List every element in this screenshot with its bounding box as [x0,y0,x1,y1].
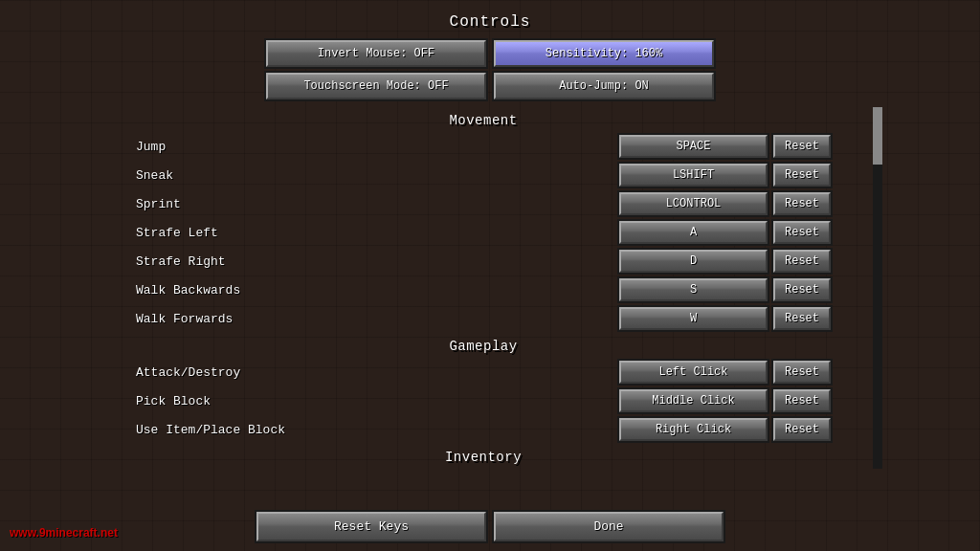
binding-label-walk-forwards: Walk Forwards [136,312,619,326]
reset-strafe-right[interactable]: Reset [773,250,831,273]
binding-label-use-item: Use Item/Place Block [136,423,619,437]
binding-label-jump: Jump [136,140,619,154]
binding-key-pick-block[interactable]: Middle Click [619,389,768,412]
binding-key-use-item[interactable]: Right Click [619,418,768,441]
binding-label-sneak: Sneak [136,168,619,183]
binding-key-strafe-right[interactable]: D [619,250,768,273]
reset-keys-button[interactable]: Reset Keys [256,512,486,541]
reset-strafe-left[interactable]: Reset [773,221,831,244]
top-buttons: Invert Mouse: OFF Sensitivity: 160% Touc… [241,40,739,99]
scrollbar[interactable] [873,107,882,469]
binding-label-pick-block: Pick Block [136,394,619,408]
reset-sneak[interactable]: Reset [773,164,831,187]
binding-row-sprint: Sprint LCONTROL Reset [98,189,869,218]
content-area: Movement Jump SPACE Reset Sneak LSHIFT R… [98,107,882,469]
reset-attack[interactable]: Reset [773,361,831,384]
reset-walk-backwards[interactable]: Reset [773,278,831,301]
binding-row-walk-backwards: Walk Backwards S Reset [98,276,869,304]
reset-pick-block[interactable]: Reset [773,389,831,412]
touchscreen-button[interactable]: Touchscreen Mode: OFF [266,73,486,99]
binding-row-pick-block: Pick Block Middle Click Reset [98,386,869,415]
reset-sprint[interactable]: Reset [773,192,831,215]
binding-label-strafe-right: Strafe Right [136,254,619,269]
main-container: Controls Invert Mouse: OFF Sensitivity: … [0,0,980,551]
binding-row-use-item: Use Item/Place Block Right Click Reset [98,415,869,444]
binding-key-walk-forwards[interactable]: W [619,307,768,330]
binding-row-walk-forwards: Walk Forwards W Reset [98,304,869,333]
page-title: Controls [450,13,531,31]
scrollbar-thumb[interactable] [873,107,882,165]
binding-key-jump[interactable]: SPACE [619,135,768,158]
button-row-1: Invert Mouse: OFF Sensitivity: 160% [241,40,739,67]
binding-label-strafe-left: Strafe Left [136,226,619,240]
binding-row-strafe-right: Strafe Right D Reset [98,247,869,276]
binding-row-jump: Jump SPACE Reset [98,132,869,161]
binding-key-sprint[interactable]: LCONTROL [619,192,768,215]
reset-walk-forwards[interactable]: Reset [773,307,831,330]
movement-section-header: Movement [98,107,869,132]
binding-row-sneak: Sneak LSHIFT Reset [98,161,869,189]
invert-mouse-button[interactable]: Invert Mouse: OFF [266,40,486,67]
scroll-list[interactable]: Movement Jump SPACE Reset Sneak LSHIFT R… [98,107,869,469]
binding-row-attack: Attack/Destroy Left Click Reset [98,358,869,386]
binding-key-sneak[interactable]: LSHIFT [619,164,768,187]
binding-label-sprint: Sprint [136,197,619,211]
bottom-bar: Reset Keys Done [0,512,980,541]
watermark: www.9minecraft.net [10,526,118,540]
inventory-section-header: Inventory [98,444,869,469]
binding-label-walk-backwards: Walk Backwards [136,283,619,298]
binding-row-strafe-left: Strafe Left A Reset [98,218,869,247]
binding-key-strafe-left[interactable]: A [619,221,768,244]
gameplay-section-header: Gameplay [98,333,869,358]
done-button[interactable]: Done [494,512,724,541]
binding-key-attack[interactable]: Left Click [619,361,768,384]
auto-jump-button[interactable]: Auto-Jump: ON [494,73,714,99]
reset-use-item[interactable]: Reset [773,418,831,441]
reset-jump[interactable]: Reset [773,135,831,158]
binding-label-attack: Attack/Destroy [136,365,619,380]
binding-key-walk-backwards[interactable]: S [619,278,768,301]
button-row-2: Touchscreen Mode: OFF Auto-Jump: ON [241,73,739,99]
sensitivity-button[interactable]: Sensitivity: 160% [494,40,714,67]
